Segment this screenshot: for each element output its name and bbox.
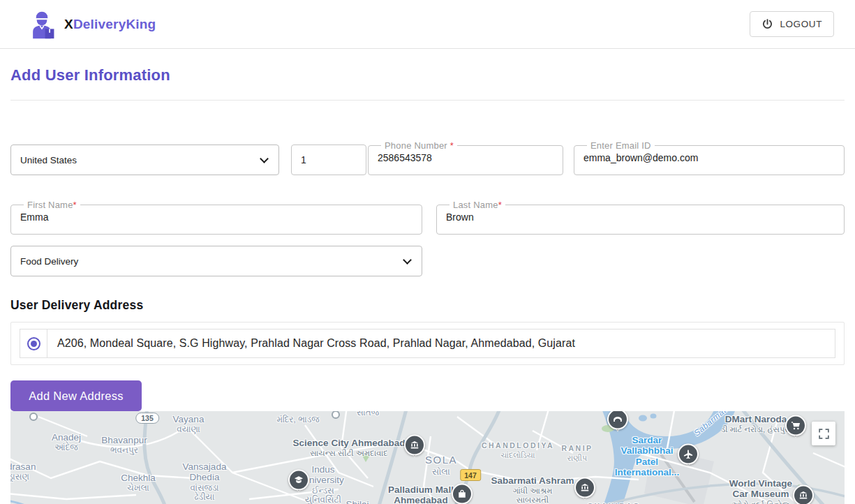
brand-logo[interactable]: XDeliveryKing (27, 9, 156, 40)
address-section-heading: User Delivery Address (10, 298, 845, 313)
map-pin-school[interactable] (288, 470, 309, 491)
map-pin-museum[interactable] (574, 477, 595, 498)
app-header: XDeliveryKing LOGOUT (0, 0, 855, 49)
last-name-field[interactable]: Last Name* Brown (436, 200, 845, 235)
country-select-value: United States (20, 155, 77, 165)
map-pin-bag[interactable] (452, 484, 473, 504)
first-name-field[interactable]: First Name* Emma (10, 200, 422, 235)
form-row-name: First Name* Emma Last Name* Brown (10, 200, 845, 235)
country-select[interactable]: United States (10, 144, 279, 175)
logout-label: LOGOUT (780, 19, 822, 29)
map-canvas[interactable]: VayanaવયાણાAnadejઆંદેજBhavanpurભવનપુરndr… (10, 411, 845, 504)
last-name-value: Brown (445, 210, 835, 223)
map-pin-museum[interactable] (404, 435, 425, 456)
email-value: emma_brown@demo.com (583, 151, 835, 163)
required-asterisk: * (498, 200, 502, 210)
map-pin-cart[interactable] (785, 415, 806, 436)
first-name-value: Emma (20, 210, 413, 223)
form-row-contact: United States 1 Phone Number * 258654357… (10, 140, 845, 175)
page-title: Add User Information (10, 49, 845, 84)
delivery-type-value: Food Delivery (20, 256, 78, 267)
address-text: A206, Mondeal Square, S.G Highway, Prahl… (47, 329, 835, 358)
title-divider (10, 100, 845, 101)
phone-number-value: 2586543578 (377, 151, 554, 163)
phone-number-field[interactable]: Phone Number * 2586543578 (368, 140, 563, 175)
required-asterisk: * (450, 140, 454, 151)
first-name-label: First Name* (24, 200, 80, 210)
brand-x: X (64, 17, 73, 31)
chevron-down-icon (260, 154, 269, 163)
add-new-address-button[interactable]: Add New Address (10, 380, 142, 411)
form-row-type: Food Delivery (10, 246, 845, 276)
map-pin-airplane[interactable] (678, 444, 699, 465)
required-asterisk: * (73, 200, 77, 210)
brand-rest: DeliveryKing (73, 17, 156, 31)
address-row: A206, Mondeal Square, S.G Highway, Prahl… (20, 329, 835, 358)
phone-code-value: 1 (301, 154, 306, 165)
fullscreen-button[interactable] (812, 422, 835, 445)
delivery-type-select[interactable]: Food Delivery (10, 246, 422, 276)
map-pin-museum[interactable] (793, 485, 814, 504)
logout-button[interactable]: LOGOUT (750, 11, 834, 37)
chevron-down-icon (403, 255, 412, 265)
map-pin-bridge[interactable] (607, 411, 628, 430)
address-radio[interactable] (20, 329, 47, 358)
brand-name: XDeliveryKing (64, 17, 156, 32)
last-name-label: Last Name* (449, 200, 505, 210)
fullscreen-icon (818, 428, 830, 440)
phone-number-label: Phone Number * (381, 140, 457, 151)
power-icon (761, 18, 773, 30)
phone-code-input[interactable]: 1 (291, 144, 366, 175)
address-list: A206, Mondeal Square, S.G Highway, Prahl… (10, 322, 845, 365)
map-section: VayanaવયાણાAnadejઆંદેજBhavanpurભવનપુરndr… (0, 411, 855, 504)
main-content: Add User Information United States 1 Pho… (0, 49, 855, 411)
radio-selected-icon (27, 337, 40, 350)
delivery-person-icon (27, 9, 57, 40)
email-field[interactable]: Enter Email ID emma_brown@demo.com (574, 140, 845, 175)
email-label: Enter Email ID (587, 140, 655, 151)
map-roads (10, 411, 845, 504)
